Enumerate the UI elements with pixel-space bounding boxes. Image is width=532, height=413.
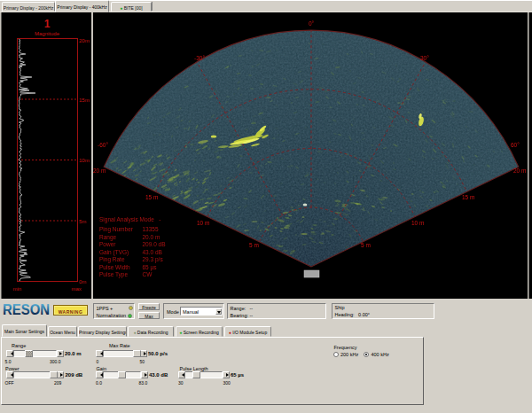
svg-text:min: min [13, 286, 22, 292]
svg-text:15 m: 15 m [462, 194, 474, 200]
svg-text:30°: 30° [420, 55, 429, 61]
svg-text:20 m: 20 m [93, 168, 106, 174]
svg-text:Gain (TVG): Gain (TVG) [99, 249, 129, 256]
svg-text:Range: Range [99, 234, 117, 241]
svg-text:Signal Analysis Mode -: Signal Analysis Mode - [99, 216, 160, 223]
svg-text:15m: 15m [79, 97, 90, 103]
svg-text:RESON: RESON [3, 302, 50, 317]
svg-text:10m: 10m [79, 158, 90, 163]
svg-text:20m: 20m [79, 38, 90, 43]
svg-text:29.3 p/s: 29.3 p/s [143, 256, 164, 263]
svg-text:65 µs: 65 µs [143, 264, 158, 271]
svg-text:5m: 5m [79, 219, 86, 224]
svg-text:Power: Power [99, 241, 116, 247]
svg-text:CW: CW [143, 271, 153, 277]
svg-text:0°: 0° [309, 20, 315, 27]
svg-text:Ping Number: Ping Number [99, 226, 134, 233]
svg-text:209.0 dB: 209.0 dB [143, 241, 166, 247]
svg-text:10 m: 10 m [411, 220, 424, 226]
svg-text:-60°: -60° [98, 142, 108, 148]
svg-text:5 m: 5 m [361, 242, 371, 248]
svg-text:Pulse Width: Pulse Width [99, 264, 130, 270]
svg-text:1: 1 [44, 18, 51, 30]
svg-text:13355: 13355 [143, 226, 159, 232]
svg-text:0m: 0m [79, 279, 86, 284]
svg-text:20.0 m: 20.0 m [143, 234, 160, 240]
svg-text:20 m: 20 m [513, 168, 526, 174]
svg-text:60°: 60° [511, 142, 520, 148]
svg-text:Ping Rate: Ping Rate [99, 256, 125, 263]
svg-text:max: max [72, 286, 82, 292]
svg-text:Magnitude: Magnitude [35, 31, 60, 36]
svg-text:15 m: 15 m [145, 194, 158, 200]
svg-text:Pulse Type: Pulse Type [99, 271, 128, 278]
svg-text:5 m: 5 m [249, 242, 259, 248]
svg-text:-30°: -30° [194, 55, 205, 61]
svg-text:10 m: 10 m [197, 220, 209, 226]
svg-text:43.0 dB: 43.0 dB [143, 249, 162, 255]
